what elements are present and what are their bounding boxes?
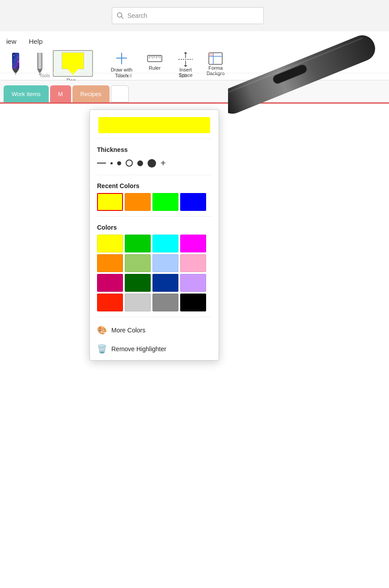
recent-color-1[interactable]	[125, 193, 151, 211]
color-10[interactable]	[152, 274, 178, 292]
pen1-icon	[8, 52, 24, 75]
svg-point-5	[13, 55, 14, 56]
search-placeholder: Search	[127, 12, 147, 19]
highlighter-dropdown-popup: Thickness + Recent Colors Colors 🎨 More …	[89, 109, 219, 361]
svg-point-8	[18, 61, 19, 62]
tab-m-label: M	[58, 91, 63, 97]
recent-colors-section: Recent Colors	[90, 179, 219, 213]
tab-m[interactable]: M	[50, 85, 71, 102]
thickness-title: Thickness	[97, 146, 211, 153]
ruler-icon	[147, 52, 163, 65]
recent-color-0[interactable]	[97, 193, 123, 211]
more-colors-label: More Colors	[111, 327, 145, 334]
thickness-section: Thickness +	[90, 143, 219, 171]
color-9[interactable]	[125, 274, 151, 292]
pen2-icon	[34, 52, 46, 75]
recent-colors-title: Recent Colors	[97, 182, 211, 189]
svg-line-1	[122, 17, 123, 19]
menu-help[interactable]: Help	[23, 36, 49, 47]
color-1[interactable]	[125, 235, 151, 252]
draw-touch-icon	[114, 52, 129, 67]
recent-color-3[interactable]	[180, 193, 206, 211]
recent-color-2[interactable]	[152, 193, 178, 211]
color-preview	[98, 117, 210, 133]
trash-icon: 🗑️	[97, 344, 107, 354]
insert-space-icon	[178, 52, 194, 67]
tabs-row: Work items M Recipes	[0, 80, 389, 104]
ribbon: iew Help	[0, 31, 389, 80]
thickness-md-selected[interactable]	[126, 160, 133, 167]
edit-label: Edit	[161, 73, 206, 80]
color-5[interactable]	[125, 254, 151, 272]
search-box[interactable]: Search	[112, 7, 264, 24]
svg-point-9	[13, 64, 13, 64]
ribbon-menu-row: iew Help	[0, 34, 389, 50]
tools-label: Tools	[0, 73, 89, 80]
svg-marker-25	[184, 52, 187, 54]
color-0[interactable]	[97, 235, 123, 252]
svg-rect-32	[209, 53, 213, 56]
color-2[interactable]	[152, 235, 178, 252]
more-colors-btn[interactable]: 🎨 More Colors	[90, 321, 219, 340]
remove-label: Remove Highlighter	[111, 345, 166, 353]
color-7[interactable]	[180, 254, 206, 272]
ribbon-section-labels: Tools Stencil Edit	[0, 73, 389, 80]
menu-view[interactable]: iew	[0, 36, 23, 47]
thickness-lg[interactable]	[137, 160, 143, 166]
svg-point-7	[14, 59, 15, 60]
top-bar: Search	[0, 0, 389, 31]
colors-title: Colors	[97, 224, 211, 231]
color-8[interactable]	[97, 274, 123, 292]
color-3[interactable]	[180, 235, 206, 252]
highlighter-color-block	[62, 52, 84, 69]
tab-recipes[interactable]: Recipes	[72, 85, 110, 102]
color-14[interactable]	[152, 294, 178, 311]
color-6[interactable]	[152, 254, 178, 272]
tab-work-items-label: Work items	[12, 91, 41, 97]
divider1	[97, 139, 211, 139]
color-11[interactable]	[180, 274, 206, 292]
thickness-xs[interactable]	[110, 162, 113, 164]
tab-work-items[interactable]: Work items	[4, 85, 49, 102]
thickness-line[interactable]	[97, 163, 106, 164]
svg-rect-11	[37, 53, 42, 69]
svg-point-6	[17, 57, 18, 58]
stencil-label: Stencil	[89, 73, 161, 80]
color-12[interactable]	[97, 294, 123, 311]
tab-blank[interactable]	[111, 85, 129, 102]
ruler-tool[interactable]: Ruler	[141, 50, 168, 72]
thickness-dots: +	[97, 157, 211, 169]
search-icon	[117, 12, 124, 19]
colors-section: Colors	[90, 220, 219, 313]
thickness-custom[interactable]: +	[161, 159, 166, 168]
tab-recipes-label: Recipes	[80, 91, 101, 97]
color-13[interactable]	[125, 294, 151, 311]
palette-icon: 🎨	[97, 325, 107, 335]
divider2	[97, 175, 211, 175]
thickness-sm[interactable]	[117, 161, 121, 165]
color-15[interactable]	[180, 294, 206, 311]
divider3	[97, 216, 211, 217]
color-4[interactable]	[97, 254, 123, 272]
format-bg-icon	[208, 52, 223, 65]
recent-color-grid	[97, 193, 211, 211]
ruler-label: Ruler	[149, 65, 161, 71]
svg-rect-2	[12, 53, 19, 69]
thickness-xl[interactable]	[148, 159, 156, 168]
remove-highlighter-btn[interactable]: 🗑️ Remove Highlighter	[90, 340, 219, 358]
color-grid	[97, 235, 211, 311]
divider4	[97, 317, 211, 317]
